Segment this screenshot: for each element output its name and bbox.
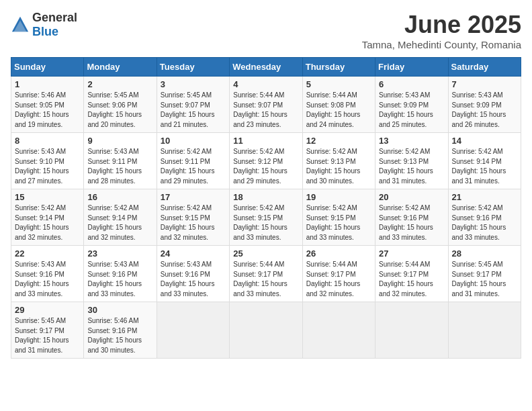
- calendar-cell: 3Sunrise: 5:45 AMSunset: 9:07 PMDaylight…: [157, 77, 229, 133]
- day-number: 16: [87, 192, 152, 202]
- day-number: 12: [306, 136, 371, 146]
- day-info: Sunrise: 5:45 AMSunset: 9:17 PMDaylight:…: [15, 316, 80, 355]
- day-info: Sunrise: 5:42 AMSunset: 9:14 PMDaylight:…: [15, 203, 80, 242]
- calendar-cell: 17Sunrise: 5:42 AMSunset: 9:15 PMDayligh…: [157, 189, 229, 246]
- calendar-cell: 29Sunrise: 5:45 AMSunset: 9:17 PMDayligh…: [11, 302, 84, 359]
- day-number: 21: [452, 192, 517, 202]
- calendar-cell: 19Sunrise: 5:42 AMSunset: 9:15 PMDayligh…: [302, 189, 375, 246]
- calendar-cell: 24Sunrise: 5:43 AMSunset: 9:16 PMDayligh…: [157, 246, 229, 302]
- day-info: Sunrise: 5:45 AMSunset: 9:06 PMDaylight:…: [87, 91, 152, 130]
- day-number: 17: [161, 192, 226, 202]
- calendar-cell: 5Sunrise: 5:44 AMSunset: 9:08 PMDaylight…: [302, 77, 375, 133]
- calendar-cell: [157, 302, 229, 359]
- calendar-cell: 25Sunrise: 5:44 AMSunset: 9:17 PMDayligh…: [230, 246, 302, 302]
- day-info: Sunrise: 5:45 AMSunset: 9:17 PMDaylight:…: [452, 260, 517, 299]
- calendar-cell: 2Sunrise: 5:45 AMSunset: 9:06 PMDaylight…: [84, 77, 157, 133]
- day-number: 27: [379, 248, 444, 259]
- day-info: Sunrise: 5:43 AMSunset: 9:16 PMDaylight:…: [161, 260, 226, 299]
- day-info: Sunrise: 5:42 AMSunset: 9:15 PMDaylight:…: [161, 203, 226, 242]
- header-thursday: Thursday: [302, 58, 375, 77]
- day-number: 11: [233, 136, 298, 146]
- day-number: 10: [161, 136, 226, 146]
- day-info: Sunrise: 5:42 AMSunset: 9:15 PMDaylight:…: [233, 203, 298, 242]
- day-info: Sunrise: 5:43 AMSunset: 9:09 PMDaylight:…: [452, 91, 517, 130]
- calendar-cell: 30Sunrise: 5:46 AMSunset: 9:16 PMDayligh…: [84, 302, 157, 359]
- day-info: Sunrise: 5:44 AMSunset: 9:17 PMDaylight:…: [306, 260, 371, 299]
- header-monday: Monday: [84, 58, 157, 77]
- day-number: 13: [379, 136, 444, 146]
- calendar-cell: 11Sunrise: 5:42 AMSunset: 9:12 PMDayligh…: [230, 133, 302, 189]
- day-number: 18: [233, 192, 298, 202]
- calendar-cell: 6Sunrise: 5:43 AMSunset: 9:09 PMDaylight…: [375, 77, 448, 133]
- calendar-table: Sunday Monday Tuesday Wednesday Thursday…: [11, 57, 521, 359]
- calendar-cell: 16Sunrise: 5:42 AMSunset: 9:14 PMDayligh…: [84, 189, 157, 246]
- logo-icon: [11, 15, 30, 34]
- day-info: Sunrise: 5:44 AMSunset: 9:08 PMDaylight:…: [306, 91, 371, 130]
- calendar-cell: 15Sunrise: 5:42 AMSunset: 9:14 PMDayligh…: [11, 189, 84, 246]
- day-number: 30: [87, 305, 152, 315]
- day-info: Sunrise: 5:46 AMSunset: 9:16 PMDaylight:…: [87, 316, 152, 355]
- header-tuesday: Tuesday: [157, 58, 229, 77]
- day-number: 22: [15, 248, 80, 259]
- calendar-cell: [375, 302, 448, 359]
- day-info: Sunrise: 5:43 AMSunset: 9:16 PMDaylight:…: [87, 260, 152, 299]
- calendar-cell: 28Sunrise: 5:45 AMSunset: 9:17 PMDayligh…: [448, 246, 521, 302]
- day-number: 15: [15, 192, 80, 202]
- day-number: 26: [306, 248, 371, 259]
- calendar-cell: [230, 302, 302, 359]
- day-number: 1: [15, 79, 80, 89]
- header-sunday: Sunday: [11, 58, 84, 77]
- calendar-cell: 9Sunrise: 5:43 AMSunset: 9:11 PMDaylight…: [84, 133, 157, 189]
- day-number: 3: [161, 79, 226, 89]
- day-info: Sunrise: 5:42 AMSunset: 9:12 PMDaylight:…: [233, 147, 298, 186]
- day-info: Sunrise: 5:43 AMSunset: 9:10 PMDaylight:…: [15, 147, 80, 186]
- day-number: 4: [233, 79, 298, 89]
- calendar-cell: 7Sunrise: 5:43 AMSunset: 9:09 PMDaylight…: [448, 77, 521, 133]
- calendar-body: 1Sunrise: 5:46 AMSunset: 9:05 PMDaylight…: [11, 77, 521, 359]
- calendar-cell: 23Sunrise: 5:43 AMSunset: 9:16 PMDayligh…: [84, 246, 157, 302]
- calendar-cell: 18Sunrise: 5:42 AMSunset: 9:15 PMDayligh…: [230, 189, 302, 246]
- header-wednesday: Wednesday: [230, 58, 302, 77]
- day-info: Sunrise: 5:45 AMSunset: 9:07 PMDaylight:…: [161, 91, 226, 130]
- calendar-cell: 20Sunrise: 5:42 AMSunset: 9:16 PMDayligh…: [375, 189, 448, 246]
- day-info: Sunrise: 5:42 AMSunset: 9:15 PMDaylight:…: [306, 203, 371, 242]
- calendar-header: Sunday Monday Tuesday Wednesday Thursday…: [11, 58, 521, 77]
- header-friday: Friday: [375, 58, 448, 77]
- header-saturday: Saturday: [448, 58, 521, 77]
- day-info: Sunrise: 5:42 AMSunset: 9:14 PMDaylight:…: [452, 147, 517, 186]
- calendar-cell: 10Sunrise: 5:42 AMSunset: 9:11 PMDayligh…: [157, 133, 229, 189]
- day-number: 29: [15, 305, 80, 315]
- calendar-cell: 4Sunrise: 5:44 AMSunset: 9:07 PMDaylight…: [230, 77, 302, 133]
- day-number: 9: [87, 136, 152, 146]
- calendar-cell: 27Sunrise: 5:44 AMSunset: 9:17 PMDayligh…: [375, 246, 448, 302]
- day-number: 23: [87, 248, 152, 259]
- day-number: 2: [87, 79, 152, 89]
- calendar-cell: 26Sunrise: 5:44 AMSunset: 9:17 PMDayligh…: [302, 246, 375, 302]
- day-info: Sunrise: 5:42 AMSunset: 9:16 PMDaylight:…: [452, 203, 517, 242]
- calendar-cell: 13Sunrise: 5:42 AMSunset: 9:13 PMDayligh…: [375, 133, 448, 189]
- calendar-cell: 22Sunrise: 5:43 AMSunset: 9:16 PMDayligh…: [11, 246, 84, 302]
- day-info: Sunrise: 5:43 AMSunset: 9:16 PMDaylight:…: [15, 260, 80, 299]
- header: General Blue June 2025 Tamna, Mehedinti …: [11, 11, 521, 50]
- day-info: Sunrise: 5:44 AMSunset: 9:07 PMDaylight:…: [233, 91, 298, 130]
- day-info: Sunrise: 5:42 AMSunset: 9:13 PMDaylight:…: [379, 147, 444, 186]
- logo-blue: Blue: [32, 25, 58, 38]
- day-info: Sunrise: 5:42 AMSunset: 9:13 PMDaylight:…: [306, 147, 371, 186]
- day-info: Sunrise: 5:46 AMSunset: 9:05 PMDaylight:…: [15, 91, 80, 130]
- day-number: 5: [306, 79, 371, 89]
- calendar-cell: 12Sunrise: 5:42 AMSunset: 9:13 PMDayligh…: [302, 133, 375, 189]
- day-info: Sunrise: 5:44 AMSunset: 9:17 PMDaylight:…: [233, 260, 298, 299]
- day-number: 14: [452, 136, 517, 146]
- day-info: Sunrise: 5:44 AMSunset: 9:17 PMDaylight:…: [379, 260, 444, 299]
- main-title: June 2025: [362, 11, 521, 39]
- day-number: 25: [233, 248, 298, 259]
- logo-general: General: [32, 11, 77, 24]
- calendar-cell: [448, 302, 521, 359]
- day-number: 6: [379, 79, 444, 89]
- day-number: 24: [161, 248, 226, 259]
- subtitle: Tamna, Mehedinti County, Romania: [362, 39, 521, 50]
- day-number: 19: [306, 192, 371, 202]
- calendar-cell: 8Sunrise: 5:43 AMSunset: 9:10 PMDaylight…: [11, 133, 84, 189]
- day-info: Sunrise: 5:42 AMSunset: 9:16 PMDaylight:…: [379, 203, 444, 242]
- calendar-cell: 21Sunrise: 5:42 AMSunset: 9:16 PMDayligh…: [448, 189, 521, 246]
